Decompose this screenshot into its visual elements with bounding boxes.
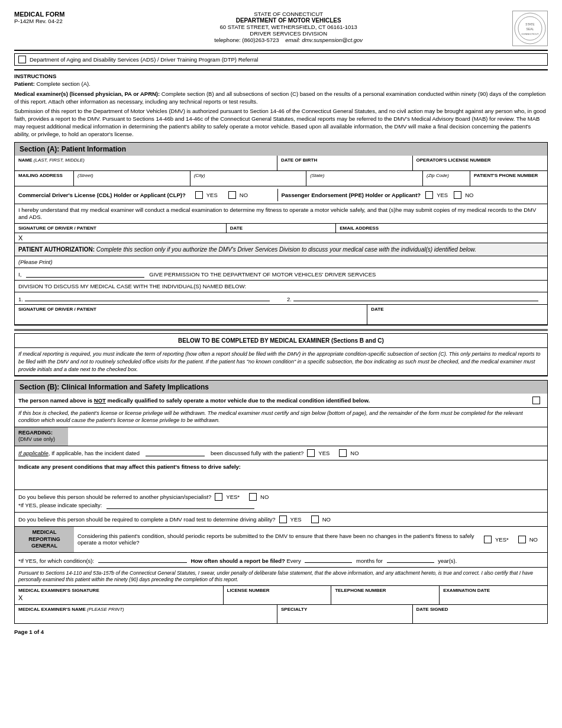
license-label: OPERATOR'S LICENSE NUMBER [416,157,544,163]
auth-bold: PATIENT AUTHORIZATION: [18,246,95,253]
license-num-label: LICENSE NUMBER [227,588,328,593]
med-reporting-row: MEDICAL REPORTINGGENERAL Considering thi… [15,527,547,553]
instructions-section: INSTRUCTIONS Patient: Complete section (… [14,73,548,138]
road-test-q: Do you believe this person should be req… [18,516,276,523]
state-name: STATE OF CONNECTICUT [64,11,512,17]
ads-checkbox[interactable] [18,56,26,63]
examiner-name-label: MEDICAL EXAMINER'S NAME (Please Print) [18,607,273,612]
every-text: Every [286,558,301,564]
road-test-row: Do you believe this person should be req… [15,513,547,527]
auth-italic: Complete this section only if you author… [96,246,476,253]
dept-name: DEPARTMENT OF MOTOR VEHICLES [64,17,512,24]
dept-division: DRIVER SERVICES DIVISION [64,30,512,37]
date2-cell: DATE [367,305,547,324]
specialist-q: Do you believe this person should be ref… [18,494,211,500]
med-yes-check[interactable]: YES* [484,536,509,543]
tel-number: (860)263-5723 [242,37,279,43]
examiner-sig-cell: MEDICAL EXAMINER'S SIGNATURE X [15,586,224,604]
med-no-check[interactable]: NO [518,536,538,543]
road-test-yes-check[interactable]: YES [279,516,302,523]
name-field[interactable] [26,270,144,278]
specialist-no-check[interactable]: NO [249,493,269,501]
mailing-label-cell: MAILING ADDRESS [15,171,74,186]
regarding-label: REGARDING: (DMV use only) [15,427,68,446]
withdrawn-note: If this box is checked, the patient's li… [15,408,547,427]
not-qualified-checkbox[interactable] [532,397,540,404]
incident-date-field[interactable] [146,449,205,456]
dept-address: 60 STATE STREET, WETHERSFIELD, CT 06161-… [64,24,512,30]
street-label: (Street) [77,173,186,178]
give-permission-text: GIVE PERMISSION TO THE DEPARTMENT OF MOT… [149,271,376,278]
date-cell-a: DATE [227,224,336,233]
ppe-no-check[interactable]: NO [454,191,473,199]
tel-label: telephone: [214,37,240,43]
form-title: MEDICAL FORM [14,11,64,18]
section-a-box: Section (A): Patient Information NAME (L… [14,142,548,326]
examiner-sig-value: X [18,594,219,601]
num-item-1: 1. [18,294,275,302]
how-often-text: How often should a report be filed? [190,558,285,564]
name-label: NAME (Last, First, Middle) [18,157,273,163]
med-reporting-content: Considering this patient's condition, sh… [74,527,547,552]
condition-field[interactable] [98,556,187,563]
email-addr-label: EMAIL ADDRESS [340,226,544,231]
consent-text: I hereby understand that my medical exam… [15,204,547,224]
swear-row: Pursuant to Sections 14-110 and 53a-157b… [15,568,547,586]
ppe-label: Passenger Endorsement (PPE) Holder or Ap… [282,192,421,198]
specialty-field[interactable] [106,502,254,509]
i-label: I, [18,271,21,278]
state-field-label: (State) [310,173,419,178]
date-label-a: DATE [230,226,332,231]
form-number: P-142M Rev. 04-22 [14,18,64,24]
section-a-header: Section (A): Patient Information [15,143,547,156]
sig-driver2-label: SIGNATURE OF DRIVER / PATIENT [18,307,363,312]
name-dob-row: NAME (Last, First, Middle) DATE OF BIRTH… [15,156,547,171]
street-cell: (Street) [74,171,190,186]
specialty-label: SPECIALTY [281,607,409,612]
incident-no-check[interactable]: NO [339,449,358,457]
years-field[interactable] [387,556,434,563]
state-seal: STATE SEAL CONNECTICUT [512,11,548,46]
ppe-yes-check[interactable]: YES [425,191,448,199]
svg-text:CONNECTICUT: CONNECTICUT [521,33,539,36]
every-field[interactable] [305,556,352,563]
give-permission-row: I, GIVE PERMISSION TO THE DEPARTMENT OF … [15,268,547,281]
instructions-title: INSTRUCTIONS [14,73,548,79]
license-cell: OPERATOR'S LICENSE NUMBER [413,156,548,170]
date-signed-label: DATE SIGNED [416,607,544,612]
sig-driver-cell: SIGNATURE OF DRIVER / PATIENT [15,224,227,233]
cdl-no-check[interactable]: NO [228,191,248,199]
telephone-cell: TELEPHONE NUMBER [331,586,440,604]
incident-yes-check[interactable]: YES [307,449,330,457]
med-reporting-q: Considering this patient's condition, sh… [77,533,480,546]
please-print: (Please Print) [15,256,547,268]
name-cell: NAME (Last, First, Middle) [15,156,277,170]
phone-cell: PATIENT'S PHONE NUMBER [470,171,547,186]
conditions-row: Indicate any present conditions that may… [15,460,547,490]
conditions-text-area [18,470,544,487]
license-num-cell: LICENSE NUMBER [224,586,332,604]
cdl-yes-check[interactable]: YES [195,191,218,199]
specialist-row: Do you believe this person should be ref… [15,490,547,513]
specialist-note: *If YES, please indicate specialty: [18,502,102,508]
city-cell: (City) [190,171,307,186]
examiner-instruction: Medical examiner(s) (licensed physician,… [14,91,548,106]
cdl-label: Commercial Driver's License (CDL) Holder… [18,192,186,198]
patient-instruction: Patient: Complete section (A). [14,80,548,88]
sig-value-row: X [15,233,547,243]
section-b-box: Section (B): Clinical Information and Sa… [14,380,548,624]
road-test-no-check[interactable]: NO [311,516,331,523]
address-row: MAILING ADDRESS (Street) (City) (State) … [15,171,547,186]
ads-text: Department of Aging and Disability Servi… [30,56,258,63]
page-footer: Page 1 of 4 [14,629,548,635]
regarding-content [68,427,547,446]
dob-cell: DATE OF BIRTH [277,156,413,170]
city-label: (City) [194,173,303,178]
exam-date-label: EXAMINATION DATE [443,588,544,593]
specialist-yes-check[interactable]: YES* [215,493,240,501]
sig-x-value: X [18,234,22,241]
num-item-2: 2. [287,294,544,302]
contact-info: telephone: (860)263-5723 email: dmv.susp… [64,37,512,43]
below-section-box: BELOW TO BE COMPLETED BY MEDICAL EXAMINE… [14,333,548,376]
examiner-name-row: MEDICAL EXAMINER'S NAME (Please Print) S… [15,605,547,623]
